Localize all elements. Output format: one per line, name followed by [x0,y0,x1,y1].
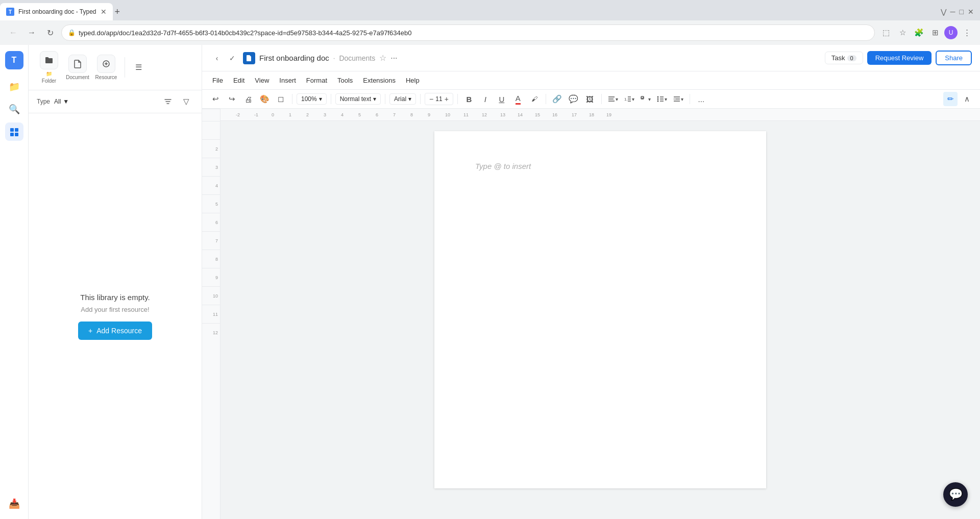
comment-button[interactable]: 💬 [567,92,581,106]
ruler-n2: 2 [306,112,309,117]
panel-divider [125,57,125,78]
ruler-n17: 17 [572,112,577,117]
avatar[interactable]: U [944,26,958,39]
align-button[interactable]: ▾ [606,92,620,106]
image-button[interactable]: 🖼 [583,92,597,106]
star-icon[interactable]: ☆ [379,53,386,63]
svg-rect-0 [10,128,14,132]
menu-view[interactable]: View [251,75,273,86]
menu-file[interactable]: File [208,75,227,86]
doc-check-button[interactable]: ✓ [226,52,239,65]
doc-back-button[interactable]: ‹ [210,52,224,65]
chevron-down-icon: ▼ [63,98,69,105]
redo-button[interactable]: ↪ [225,92,239,106]
doc-scroll-area[interactable]: -2 -1 0 1 2 3 4 5 6 7 8 9 10 11 [220,109,980,519]
highlight-button[interactable]: 🖌 [527,92,542,106]
font-family-dropdown[interactable]: Arial ▾ [389,93,416,105]
font-size-increase-button[interactable]: + [444,95,450,103]
reload-button[interactable]: ↻ [43,26,57,40]
ruler-n8: 8 [410,112,413,117]
print-button[interactable]: 🖨 [241,92,255,106]
app-logo[interactable]: T [5,51,23,69]
url-text: typed.do/app/doc/1ea2d32d-7d7f-4655-b6f3… [79,29,868,37]
sidebar-item-inbox[interactable]: 📥 [5,495,23,513]
new-tab-button[interactable]: + [115,7,120,16]
sort-button[interactable] [161,94,175,109]
checklist-button[interactable]: ▾ [639,92,653,106]
menu-format[interactable]: Format [302,75,331,86]
task-button[interactable]: Task 0 [825,52,863,64]
minimize-icon[interactable]: ─ [950,8,955,16]
menu-edit[interactable]: Edit [229,75,249,86]
more-icon[interactable]: ··· [390,54,397,63]
text-style-dropdown[interactable]: Normal text ▾ [335,93,381,105]
paint-format-button[interactable]: 🎨 [257,92,272,106]
action-resource[interactable]: Resource [94,55,118,80]
profile-icon[interactable]: 🧩 [912,26,926,40]
tab-close-icon[interactable]: ✕ [101,8,107,16]
toolbar-sep-6 [546,94,546,104]
panel-sidebar-filter: Type All ▼ ▽ [29,90,202,113]
url-bar[interactable]: 🔒 typed.do/app/doc/1ea2d32d-7d7f-4655-b6… [61,24,875,41]
active-tab[interactable]: T First onboarding doc - Typed ✕ [0,3,113,20]
ruler-n12: 12 [482,112,487,117]
font-size-decrease-button[interactable]: − [428,95,434,103]
clear-format-button[interactable]: ◻ [274,92,288,106]
sidebar-item-collection[interactable] [5,122,23,141]
ruler-mark-1a: 3 [202,158,220,176]
italic-button[interactable]: I [478,92,493,106]
ruler-n14: 14 [518,112,523,117]
restore-icon[interactable]: □ [960,8,964,16]
menu-help[interactable]: Help [402,75,424,86]
numbered-list-button[interactable]: 1. ▾ [622,92,636,106]
filter-dropdown[interactable]: All ▼ [54,98,69,105]
doc-page[interactable]: Type @ to insert [434,131,766,488]
back-button[interactable]: ← [6,26,20,40]
filter-type-label: Type [37,98,50,105]
browser-chrome: T First onboarding doc - Typed ✕ + ⋁ ─ □… [0,0,980,45]
menu-insert[interactable]: Insert [275,75,300,86]
more-toolbar-button[interactable]: ... [694,92,708,106]
action-folder[interactable]: 📁 Folder [37,51,61,84]
action-document[interactable]: Document [65,55,90,80]
bullet-list-button[interactable]: ▾ [655,92,669,106]
bold-button[interactable]: B [462,92,476,106]
close-icon[interactable]: ✕ [968,8,974,16]
edit-pen-button[interactable]: ✏ [943,92,958,106]
font-size-control[interactable]: − 11 + [425,93,453,105]
extensions-icon[interactable]: ⊞ [928,26,942,40]
font-chevron-icon: ▾ [408,95,411,103]
zoom-dropdown[interactable]: 100% ▾ [297,93,327,105]
breadcrumb[interactable]: Documents [339,54,375,62]
request-review-button[interactable]: Request Review [867,51,932,65]
doc-type-icon [243,52,255,64]
text-color-button[interactable]: A [511,92,525,106]
sidebar-item-search[interactable]: 🔍 [5,100,23,118]
sidebar-item-folder[interactable]: 📁 [5,78,23,96]
underline-button[interactable]: U [495,92,509,106]
menu-extensions[interactable]: Extensions [359,75,400,86]
zoom-chevron-icon: ▾ [319,95,322,103]
ruler-n5: 5 [358,112,361,117]
panel-menu-button[interactable]: ☰ [131,60,145,75]
undo-button[interactable]: ↩ [208,92,223,106]
forward-button[interactable]: → [24,26,39,40]
add-resource-button[interactable]: + Add Resource [78,322,152,340]
bookmark-icon[interactable]: ☆ [895,26,910,40]
app-container: T 📁 🔍 📥 📁 Folder [0,45,980,519]
screen-cast-icon[interactable]: ⬚ [879,26,893,40]
indent-button[interactable]: ▾ [671,92,685,106]
toolbar-sep-5 [457,94,458,104]
lock-icon: 🔒 [68,29,76,36]
more-options-icon[interactable]: ⋮ [960,26,974,40]
expand-toolbar-button[interactable]: ∧ [960,92,974,106]
link-button[interactable]: 🔗 [550,92,565,106]
filter-sort-down-button[interactable]: ▽ [179,94,193,109]
all-label: All [54,98,61,105]
chat-bubble[interactable]: 💬 [943,482,968,507]
resource-text-label: Resource [95,75,117,80]
ruler-n3: 3 [324,112,326,117]
share-button[interactable]: Share [936,51,972,65]
menu-tools[interactable]: Tools [333,75,357,86]
ruler-mark-empty [202,121,220,139]
